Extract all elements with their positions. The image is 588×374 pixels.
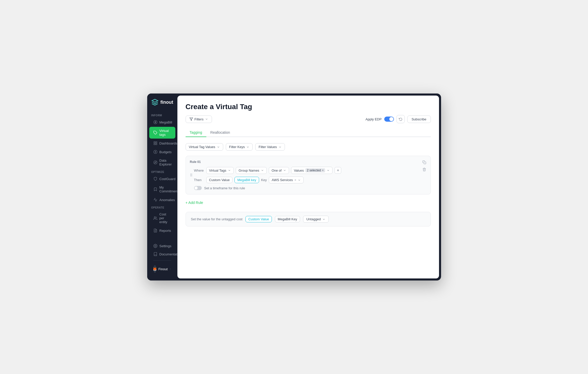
chevron-down-icon xyxy=(217,146,220,149)
custom-value-label: Custom Value xyxy=(209,178,230,182)
sidebar-item-virtual-tags[interactable]: Virtual tags xyxy=(149,127,175,139)
virtual-tags-dropdown[interactable]: Virtual Tags xyxy=(206,167,234,174)
sidebar-item-megabill[interactable]: MegaBill xyxy=(149,118,175,126)
sidebar-item-reports-label: Reports xyxy=(159,229,171,233)
sidebar-item-cost-per-entity-label: Cost per entity xyxy=(159,212,171,224)
untagged-megabill-key-chip[interactable]: MegaBill Key xyxy=(275,216,300,222)
filter-filter-values[interactable]: Filter Values xyxy=(255,143,285,151)
app-name: finout xyxy=(161,100,173,105)
rule-card: Rule 01 ⠿ Where Virtual Tags Group Names xyxy=(186,156,431,194)
sidebar-item-data-explorer[interactable]: Data Explorer xyxy=(149,157,175,168)
key-label: Key xyxy=(261,178,267,182)
sidebar-item-budgets[interactable]: Budgets xyxy=(149,148,175,156)
sidebar-item-documentation[interactable]: Documentation xyxy=(149,250,175,258)
remove-key-icon[interactable]: × xyxy=(294,178,296,182)
sidebar-item-anomalies-label: Anomalies xyxy=(159,198,175,202)
sidebar-item-costguard[interactable]: CostGuard xyxy=(149,175,175,183)
one-of-dropdown[interactable]: One of xyxy=(269,167,289,174)
tab-reallocation[interactable]: Reallocation xyxy=(206,128,234,137)
drag-handle[interactable]: ⠿ xyxy=(190,173,193,177)
svg-point-7 xyxy=(154,161,157,164)
chevron-down-icon xyxy=(279,146,282,149)
svg-rect-2 xyxy=(154,142,155,143)
sidebar-user[interactable]: 🦊 Finout xyxy=(149,263,175,275)
clear-icon[interactable]: × xyxy=(322,169,324,172)
dollar-icon xyxy=(153,120,157,124)
reset-icon xyxy=(399,117,402,121)
users-icon xyxy=(153,216,157,220)
user-name: Finout xyxy=(158,267,168,271)
sidebar-item-dashboards[interactable]: Dashboards xyxy=(149,139,175,147)
sidebar-item-settings[interactable]: Settings xyxy=(149,242,175,250)
chevron-down-icon xyxy=(228,169,231,172)
svg-point-12 xyxy=(155,245,156,246)
group-names-value: Group Names xyxy=(239,169,259,172)
section-optimize-label: Optimize xyxy=(147,169,177,174)
rule-label: Rule 01 xyxy=(190,160,418,164)
key-value-dropdown[interactable]: AWS Services × xyxy=(269,176,304,183)
sidebar-item-costguard-label: CostGuard xyxy=(159,177,176,181)
untagged-value: Untagged xyxy=(306,217,321,221)
filter-bar: Virtual Tag Values Filter Keys Filter Va… xyxy=(186,143,431,151)
one-of-value: One of xyxy=(272,169,282,172)
key-value: AWS Services xyxy=(272,178,293,182)
book-icon xyxy=(153,252,157,256)
sidebar-item-budgets-label: Budgets xyxy=(159,150,172,154)
compass-icon xyxy=(153,160,157,164)
svg-rect-3 xyxy=(156,142,157,143)
shield-icon xyxy=(153,177,157,181)
timeframe-row: Set a timeframe for this rule xyxy=(194,186,418,190)
custom-value-chip[interactable]: Custom Value xyxy=(206,177,233,183)
chevron-down-icon xyxy=(170,267,171,271)
tab-tagging[interactable]: Tagging xyxy=(186,128,206,137)
selected-count: 2 selected xyxy=(307,169,321,172)
apply-edp-toggle[interactable] xyxy=(384,117,394,122)
sidebar-bottom: Settings Documentation 🦊 Finout xyxy=(147,242,177,275)
add-condition-button[interactable]: + xyxy=(335,167,341,174)
timeframe-toggle[interactable] xyxy=(194,186,202,190)
sidebar-item-megabill-label: MegaBill xyxy=(159,120,172,124)
trash-icon xyxy=(422,168,426,171)
svg-rect-14 xyxy=(424,162,426,164)
top-bar: Filters Apply EDP Subscribe xyxy=(186,115,431,123)
untagged-custom-value-chip[interactable]: Custom Value xyxy=(245,216,272,222)
copy-rule-button[interactable] xyxy=(421,159,427,165)
untagged-value-dropdown[interactable]: Untagged xyxy=(303,216,329,223)
sidebar-item-reports[interactable]: Reports xyxy=(149,226,175,235)
add-rule-button[interactable]: + Add Rule xyxy=(186,199,203,207)
sidebar-item-my-commitment[interactable]: My Commitment xyxy=(149,183,175,195)
svg-marker-13 xyxy=(190,118,193,121)
svg-rect-5 xyxy=(156,143,157,145)
chevron-down-icon xyxy=(322,218,325,221)
filter-filter-keys[interactable]: Filter Keys xyxy=(226,143,253,151)
add-rule-label: + Add Rule xyxy=(186,201,203,205)
untagged-megabill-key-label: MegaBill Key xyxy=(278,217,297,221)
tabs: Tagging Reallocation xyxy=(186,128,431,137)
sidebar-item-settings-label: Settings xyxy=(159,244,172,248)
filter-virtual-tag-values[interactable]: Virtual Tag Values xyxy=(186,143,223,151)
untagged-bar: Set the value for the untagged cost Cust… xyxy=(186,212,431,226)
delete-rule-button[interactable] xyxy=(421,166,427,172)
sidebar: finout Inform MegaBill Virtual tags Das xyxy=(147,94,177,280)
sidebar-divider xyxy=(153,260,171,261)
activity-icon xyxy=(153,198,157,202)
section-operate-label: Operate xyxy=(147,204,177,210)
filter-filter-keys-label: Filter Keys xyxy=(229,145,245,149)
chevron-down-icon xyxy=(283,169,286,172)
sidebar-item-cost-per-entity[interactable]: Cost per entity xyxy=(149,210,175,226)
chevron-down-icon xyxy=(261,169,264,172)
group-names-dropdown[interactable]: Group Names xyxy=(236,167,267,174)
file-text-icon xyxy=(153,228,157,233)
chevron-down-icon xyxy=(327,169,330,172)
app-logo: finout xyxy=(147,99,177,112)
grid-icon xyxy=(153,141,157,145)
untagged-custom-value-label: Custom Value xyxy=(248,217,269,221)
sidebar-item-dashboards-label: Dashboards xyxy=(159,141,177,145)
values-dropdown[interactable]: Values 2 selected × xyxy=(291,167,333,174)
megabill-key-chip[interactable]: MegaBill key xyxy=(234,177,259,183)
sidebar-item-anomalies[interactable]: Anomalies xyxy=(149,196,175,204)
subscribe-button[interactable]: Subscribe xyxy=(407,116,431,123)
reset-button[interactable] xyxy=(397,115,405,123)
filters-button[interactable]: Filters xyxy=(186,116,212,123)
top-bar-actions: Apply EDP Subscribe xyxy=(366,115,431,123)
